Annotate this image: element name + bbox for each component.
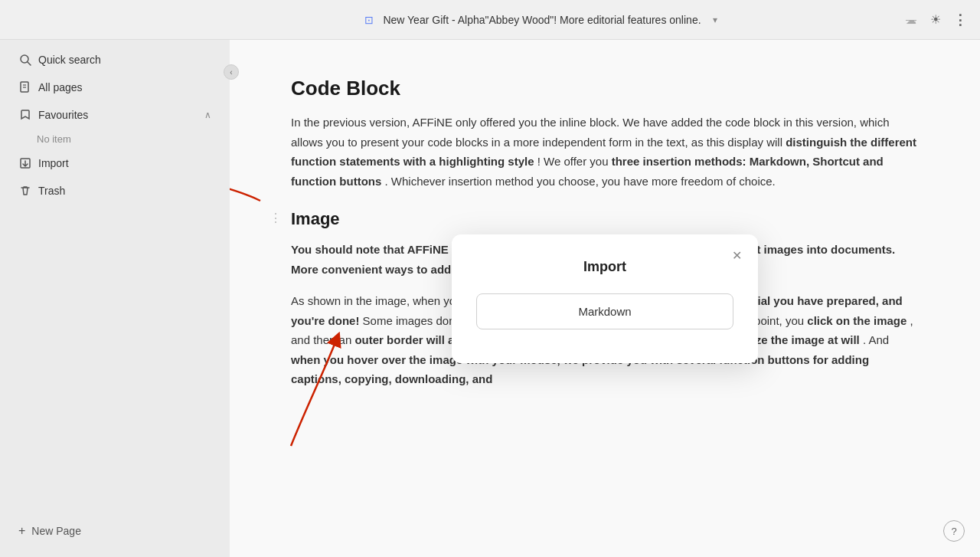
- trash-label: Trash: [38, 185, 65, 197]
- bookmark-icon: [18, 108, 32, 122]
- sidebar-item-import[interactable]: Import: [6, 150, 224, 176]
- content-area: Code Block In the previous version, AFFi…: [230, 40, 980, 557]
- favourites-chevron-icon: ∧: [204, 110, 211, 120]
- search-label: Quick search: [38, 54, 101, 66]
- chevron-down-icon[interactable]: ▾: [707, 12, 723, 28]
- sidebar-item-favourites[interactable]: Favourites ∧: [6, 102, 224, 128]
- import-icon: [18, 156, 32, 170]
- modal-title: Import: [476, 259, 733, 275]
- topbar-center: ⊡ New Year Gift - Alpha"Abbey Wood"! Mor…: [181, 12, 903, 28]
- topbar-right: ☁ ☀ ⋮: [903, 12, 968, 28]
- import-modal: ✕ Import Markdown: [452, 234, 758, 363]
- sidebar: ‹ Quick search All pages: [0, 40, 230, 557]
- sidebar-bottom: + New Page: [0, 511, 230, 551]
- doc-type-icon: ⊡: [361, 12, 377, 28]
- search-icon: [18, 53, 32, 67]
- sidebar-item-all-pages[interactable]: All pages: [6, 74, 224, 100]
- modal-overlay: ✕ Import Markdown: [230, 40, 980, 557]
- svg-line-1: [28, 62, 31, 65]
- trash-icon: [18, 184, 32, 198]
- modal-close-button[interactable]: ✕: [726, 245, 747, 267]
- favourites-empty: No item: [0, 129, 230, 149]
- topbar-title: New Year Gift - Alpha"Abbey Wood"! More …: [383, 14, 701, 26]
- sidebar-item-trash[interactable]: Trash: [6, 178, 224, 204]
- favourites-label: Favourites: [38, 109, 198, 121]
- pages-icon: [18, 80, 32, 94]
- all-pages-label: All pages: [38, 81, 83, 93]
- no-cloud-icon[interactable]: ☁: [903, 12, 919, 28]
- new-page-label: New Page: [31, 525, 81, 537]
- import-label: Import: [38, 157, 69, 169]
- sun-icon[interactable]: ☀: [928, 12, 943, 28]
- more-options-icon[interactable]: ⋮: [952, 12, 968, 28]
- main-layout: ‹ Quick search All pages: [0, 40, 980, 557]
- new-page-button[interactable]: + New Page: [6, 518, 224, 544]
- plus-icon: +: [18, 524, 25, 538]
- modal-option-markdown[interactable]: Markdown: [476, 293, 733, 329]
- sidebar-item-search[interactable]: Quick search: [6, 47, 224, 73]
- topbar: ⊡ New Year Gift - Alpha"Abbey Wood"! Mor…: [0, 0, 980, 40]
